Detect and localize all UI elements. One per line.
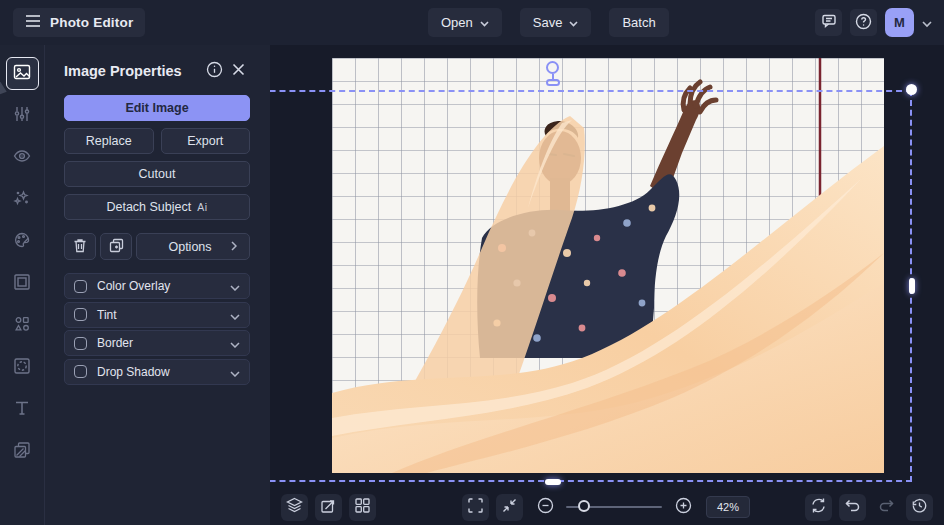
actual-size-button[interactable] (496, 494, 523, 521)
toggle-drop-shadow[interactable]: Drop Shadow (64, 359, 250, 385)
chevron-down-icon[interactable] (230, 334, 240, 352)
sidebar-item-adjust[interactable] (6, 99, 39, 132)
edit-image-button[interactable]: Edit Image (64, 95, 250, 121)
layers-button[interactable] (281, 494, 308, 521)
replace-button[interactable]: Replace (64, 128, 154, 154)
layers-icon (286, 497, 303, 517)
selection-bottom-handle[interactable] (545, 479, 561, 485)
frame-icon (13, 273, 31, 294)
undo-button[interactable] (839, 494, 866, 521)
fit-screen-icon (467, 497, 484, 517)
canvas-area[interactable]: 42% (270, 45, 944, 525)
redo-button[interactable] (873, 494, 899, 520)
reset-button[interactable] (805, 494, 832, 521)
chevron-down-icon[interactable] (230, 277, 240, 295)
selection-top-handle[interactable] (546, 79, 560, 86)
question-icon (855, 13, 872, 33)
shrink-icon (501, 497, 518, 517)
color-overlay-checkbox[interactable] (74, 280, 87, 293)
account-area: M (815, 8, 932, 37)
drop-shadow-checkbox[interactable] (74, 365, 87, 378)
sparkles-icon (13, 189, 31, 210)
cutout-button[interactable]: Cutout (64, 161, 250, 187)
history-icon (911, 497, 928, 517)
eye-icon (13, 147, 31, 168)
photo-illustration (332, 58, 884, 473)
shapes-icon (13, 315, 31, 336)
duplicate-button[interactable] (100, 233, 132, 260)
toggle-color-overlay[interactable]: Color Overlay (64, 273, 250, 299)
toggle-border[interactable]: Border (64, 330, 250, 356)
redo-icon (878, 497, 895, 517)
edited-photo[interactable] (332, 58, 884, 473)
avatar-initial: M (894, 15, 905, 30)
chevron-right-icon (231, 240, 237, 254)
hamburger-icon (25, 14, 41, 32)
account-chevron-down-icon[interactable] (922, 14, 932, 32)
feedback-button[interactable] (815, 9, 842, 36)
overlap-icon (13, 441, 31, 462)
delete-button[interactable] (64, 233, 96, 260)
sidebar-item-elements[interactable] (6, 309, 39, 342)
grid-icon (354, 497, 371, 517)
sidebar-item-text[interactable] (6, 393, 39, 426)
tint-checkbox[interactable] (74, 308, 87, 321)
open-button[interactable]: Open (428, 8, 502, 37)
sync-icon (810, 497, 827, 517)
zoom-out-button[interactable] (532, 494, 558, 520)
sidebar-item-filters[interactable] (6, 225, 39, 258)
sidebar-item-focus[interactable] (6, 141, 39, 174)
minus-circle-icon (537, 497, 554, 517)
selection-corner-handle[interactable] (906, 84, 917, 95)
detach-subject-button[interactable]: Detach Subject Ai (64, 194, 250, 220)
chevron-down-icon[interactable] (230, 306, 240, 324)
panel-close-button[interactable] (226, 59, 250, 83)
fit-screen-button[interactable] (462, 494, 489, 521)
palette-icon (13, 231, 31, 252)
undo-icon (844, 497, 861, 517)
resize-icon (320, 497, 337, 517)
info-icon (206, 61, 223, 81)
options-button[interactable]: Options (136, 233, 250, 260)
zoom-percentage[interactable]: 42% (706, 496, 750, 518)
templates-button[interactable] (349, 494, 376, 521)
sidebar-item-effects[interactable] (6, 183, 39, 216)
chevron-down-icon[interactable] (230, 363, 240, 381)
sidebar-item-frame[interactable] (6, 267, 39, 300)
rotate-handle[interactable] (546, 61, 560, 91)
zoom-slider-knob[interactable] (578, 500, 590, 512)
save-button[interactable]: Save (520, 8, 592, 37)
selection-right-handle[interactable] (909, 278, 915, 294)
panel-info-button[interactable] (202, 59, 226, 83)
resize-button[interactable] (315, 494, 342, 521)
mouse-cursor (0, 80, 10, 101)
zoom-slider[interactable] (566, 506, 662, 508)
batch-button[interactable]: Batch (609, 8, 668, 37)
sidebar-item-mask[interactable] (6, 351, 39, 384)
top-bar: Photo Editor Open Save Batch M (0, 0, 944, 45)
rotate-ring-icon (546, 61, 559, 74)
sidebar-item-overlap[interactable] (6, 435, 39, 468)
plus-circle-icon (675, 497, 692, 517)
main-menu-button[interactable]: Photo Editor (13, 8, 145, 37)
toggle-tint[interactable]: Tint (64, 302, 250, 328)
sliders-icon (13, 105, 31, 126)
canvas-toolbar: 42% (270, 489, 944, 525)
ai-badge: Ai (197, 201, 207, 213)
zoom-in-button[interactable] (670, 494, 696, 520)
trash-icon (73, 238, 87, 256)
sidebar-item-image[interactable] (6, 57, 39, 90)
file-actions: Open Save Batch (428, 8, 669, 37)
comment-icon (821, 13, 837, 32)
history-button[interactable] (906, 494, 933, 521)
export-button[interactable]: Export (161, 128, 251, 154)
duplicate-icon (109, 238, 124, 256)
help-button[interactable] (850, 9, 877, 36)
image-properties-panel: Image Properties Edit Image Replace Expo… (45, 45, 270, 525)
app-title: Photo Editor (50, 15, 133, 30)
panel-title: Image Properties (64, 63, 202, 79)
image-icon (13, 63, 31, 84)
border-checkbox[interactable] (74, 337, 87, 350)
mask-icon (13, 357, 31, 378)
avatar[interactable]: M (885, 8, 914, 37)
